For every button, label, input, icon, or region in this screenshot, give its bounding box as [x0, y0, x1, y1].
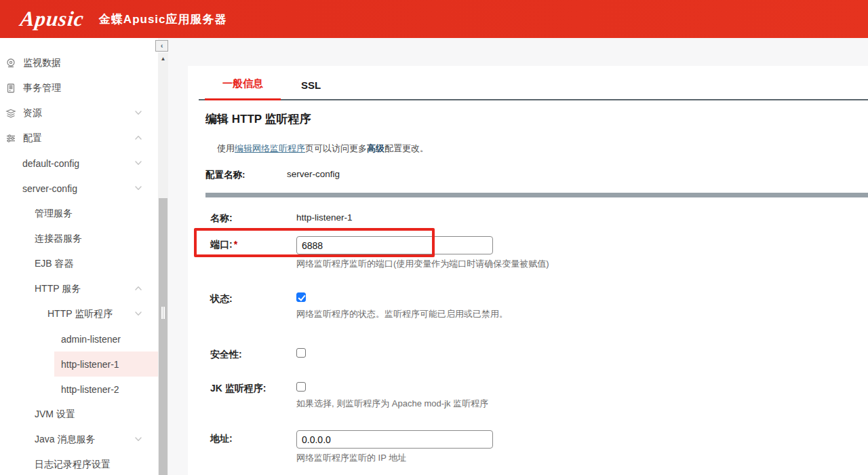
port-label-text: 端口:: [210, 239, 233, 250]
status-checkbox[interactable]: [296, 292, 306, 302]
sidebar-item-ejb-容器[interactable]: EJB 容器: [0, 251, 158, 276]
security-checkbox[interactable]: [296, 348, 306, 358]
sidebar-item-label: 连接器服务: [35, 233, 82, 245]
edit-network-listener-link[interactable]: 编辑网络监听程序: [235, 143, 305, 153]
intro-pre: 使用: [217, 143, 235, 153]
sidebar-item-管理服务[interactable]: 管理服务: [0, 201, 158, 226]
sidebar-item-label: JVM 设置: [35, 408, 75, 421]
transaction-icon: [5, 83, 16, 94]
address-input[interactable]: [296, 430, 493, 449]
intro-text: 使用编辑网络监听程序页可以访问更多高级配置更改。: [217, 142, 868, 155]
sidebar-scrollbar[interactable]: ▲: [158, 53, 168, 475]
sidebar-item-admin-listener[interactable]: admin-listener: [0, 326, 158, 352]
scrollbar-thumb[interactable]: [159, 198, 167, 475]
advanced-link[interactable]: 高级: [367, 143, 384, 153]
sidebar-item-label: EJB 容器: [35, 258, 74, 270]
sidebar-item-label: admin-listener: [61, 334, 121, 345]
sidebar-item-label: server-config: [22, 183, 77, 194]
resources-icon: [5, 108, 16, 119]
sidebar-item-label: 监视数据: [23, 57, 61, 69]
name-label: 名称:: [210, 210, 296, 225]
sidebar-item-监视数据[interactable]: 监视数据: [0, 50, 158, 75]
sidebar-item-http-监听程序[interactable]: HTTP 监听程序: [0, 301, 158, 326]
port-row: 端口:* 网络监听程序监听的端口(使用变量作为端口时请确保变量被赋值): [210, 236, 868, 270]
sidebar-nav: 监视数据事务管理资源配置default-configserver-config管…: [0, 38, 158, 475]
sidebar-item-label: default-config: [22, 158, 79, 169]
app-title: 金蝶Apusic应用服务器: [99, 12, 227, 27]
app-header: Apusic 金蝶Apusic应用服务器: [0, 0, 868, 38]
chevron-down-icon[interactable]: [134, 108, 143, 117]
content-panel: 一般信息 SSL 编辑 HTTP 监听程序 使用编辑网络监听程序页可以访问更多高…: [188, 66, 868, 475]
port-help: 网络监听程序监听的端口(使用变量作为端口时请确保变量被赋值): [296, 258, 868, 270]
chevron-down-icon[interactable]: [134, 309, 143, 318]
security-row: 安全性:: [210, 346, 868, 361]
sidebar-item-label: HTTP 监听程序: [47, 308, 113, 320]
monitor-icon: [5, 58, 16, 69]
sidebar-item-http-listener-2[interactable]: http-listener-2: [0, 377, 158, 402]
sidebar-item-label: 配置: [23, 132, 42, 145]
tab-bar: 一般信息 SSL: [199, 66, 868, 100]
sidebar-collapse-button[interactable]: ‹: [155, 40, 168, 52]
sidebar-item-配置[interactable]: 配置: [0, 126, 158, 151]
config-name-label: 配置名称:: [205, 169, 270, 181]
tab-general-info[interactable]: 一般信息: [205, 77, 281, 100]
jk-listener-help: 如果选择, 则监听程序为 Apache mod-jk 监听程序: [296, 398, 868, 410]
name-value: http-listener-1: [296, 210, 868, 225]
status-label: 状态:: [210, 290, 296, 320]
jk-listener-checkbox[interactable]: [296, 382, 306, 392]
scrollbar-up-arrow-icon[interactable]: ▲: [158, 53, 168, 64]
address-label: 地址:: [210, 430, 296, 464]
tab-ssl[interactable]: SSL: [295, 79, 327, 99]
sidebar-item-jvm-设置[interactable]: JVM 设置: [0, 402, 158, 427]
page-title: 编辑 HTTP 监听程序: [205, 111, 868, 127]
config-icon: [5, 133, 16, 144]
chevron-left-icon: ‹: [161, 42, 163, 50]
chevron-up-icon[interactable]: [134, 284, 143, 293]
status-help: 网络监听程序的状态。监听程序可能已启用或已禁用。: [296, 308, 868, 320]
sidebar-item-java-消息服务[interactable]: Java 消息服务: [0, 427, 158, 452]
sidebar-item-资源[interactable]: 资源: [0, 100, 158, 126]
sidebar-item-事务管理[interactable]: 事务管理: [0, 75, 158, 100]
chevron-down-icon[interactable]: [134, 434, 143, 444]
config-name-row: 配置名称: server-config: [205, 169, 868, 181]
port-input[interactable]: [296, 236, 493, 254]
status-row: 状态: 网络监听程序的状态。监听程序可能已启用或已禁用。: [210, 290, 868, 320]
scrollbar-grip-icon: [161, 307, 165, 319]
intro-mid: 页可以访问更多: [305, 143, 367, 153]
sidebar-item-label: HTTP 服务: [35, 283, 81, 295]
intro-post: 配置更改。: [384, 143, 429, 153]
sidebar-item-default-config[interactable]: default-config: [0, 151, 158, 176]
sidebar-item-label: 事务管理: [23, 82, 61, 94]
jk-listener-label: JK 监听程序:: [210, 380, 296, 410]
sidebar-item-server-config[interactable]: server-config: [0, 176, 158, 201]
chevron-up-icon[interactable]: [134, 133, 143, 142]
required-asterisk: *: [234, 239, 237, 250]
name-row: 名称: http-listener-1: [210, 210, 868, 225]
security-label: 安全性:: [210, 346, 296, 361]
address-row: 地址: 网络监听程序监听的 IP 地址: [210, 430, 868, 464]
section-divider: [205, 193, 868, 197]
chevron-down-icon[interactable]: [134, 183, 143, 193]
sidebar-item-http-服务[interactable]: HTTP 服务: [0, 276, 158, 301]
address-help: 网络监听程序监听的 IP 地址: [296, 452, 868, 464]
sidebar-item-label: 资源: [23, 107, 42, 119]
apusic-logo: Apusic: [19, 7, 85, 31]
sidebar-item-日志记录程序设置[interactable]: 日志记录程序设置: [0, 452, 158, 475]
sidebar-item-连接器服务[interactable]: 连接器服务: [0, 226, 158, 251]
port-label: 端口:*: [210, 236, 296, 270]
sidebar-item-http-listener-1[interactable]: http-listener-1: [54, 352, 158, 377]
sidebar-item-label: Java 消息服务: [35, 434, 95, 446]
jk-listener-row: JK 监听程序: 如果选择, 则监听程序为 Apache mod-jk 监听程序: [210, 380, 868, 410]
sidebar-item-label: 管理服务: [35, 208, 73, 220]
sidebar-item-label: 日志记录程序设置: [35, 459, 111, 471]
sidebar-item-label: http-listener-2: [61, 384, 119, 395]
config-name-value: server-config: [287, 169, 340, 181]
sidebar-item-label: http-listener-1: [61, 359, 119, 370]
chevron-down-icon[interactable]: [134, 158, 143, 168]
